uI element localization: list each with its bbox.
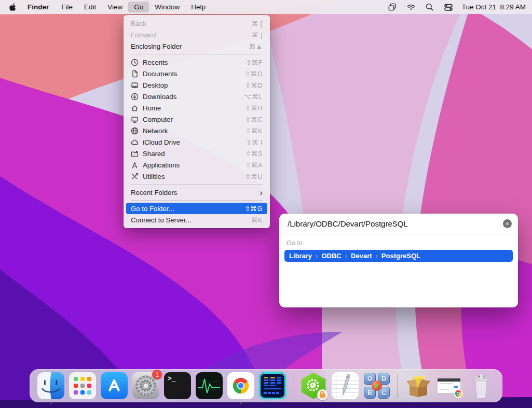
control-center-icon[interactable]: [441, 2, 456, 12]
wifi-icon[interactable]: [404, 2, 418, 12]
menu-item-downloads[interactable]: Downloads ⌥⌘L: [126, 91, 267, 102]
dock-item-app-store[interactable]: [101, 372, 128, 399]
breadcrumb-segment: Devart: [351, 252, 372, 260]
apple-menu[interactable]: [5, 3, 21, 12]
dock-item-odbc-administrator[interactable]: O D B C ✓: [363, 372, 390, 399]
textedit-icon: [332, 372, 359, 399]
dock-item-launchpad[interactable]: [69, 372, 96, 399]
menu-item-enclosing-folder[interactable]: Enclosing Folder ⌘▲: [126, 40, 267, 52]
menu-file[interactable]: File: [56, 2, 78, 12]
dock-item-installer-package[interactable]: [404, 372, 431, 399]
menu-item-documents[interactable]: Documents ⇧⌘O: [126, 68, 267, 79]
dock-item-data-grid-app[interactable]: [259, 372, 286, 399]
menu-view[interactable]: View: [102, 2, 128, 12]
dock-item-textedit[interactable]: [332, 372, 359, 399]
menu-item-utilities[interactable]: Utilities ⇧⌘U: [126, 171, 267, 182]
dock-separator: [397, 373, 398, 399]
path-input[interactable]: [287, 219, 503, 229]
chrome-badge-icon: [454, 389, 463, 398]
menu-item-shortcut: ⇧⌘H: [245, 104, 263, 112]
menu-item-shared[interactable]: Shared ⇧⌘S: [126, 148, 267, 159]
path-input-row: ✕: [279, 214, 518, 234]
menu-item-label: Go to Folder...: [131, 205, 245, 213]
menu-item-connect-to-server[interactable]: Connect to Server... ⌘K: [126, 214, 267, 226]
utilities-icon: [131, 173, 143, 180]
menu-item-network[interactable]: Network ⇧⌘K: [126, 125, 267, 136]
menu-item-shortcut: ⌘ ]: [252, 31, 263, 39]
trash-icon: [468, 372, 495, 399]
menu-separator: [131, 54, 263, 54]
dock-item-trash[interactable]: [468, 372, 495, 399]
menu-separator: [131, 184, 263, 185]
chrome-window-thumbnail: [436, 372, 463, 399]
menu-bar-left: Finder File Edit View Go Window Help: [0, 2, 211, 12]
menu-item-back: Back ⌘ [: [126, 18, 267, 29]
desktop: Finder File Edit View Go Window Help: [0, 0, 532, 408]
dock-item-chrome[interactable]: [227, 372, 254, 399]
dock-item-activity-monitor[interactable]: [196, 372, 223, 399]
menu-item-label: Documents: [143, 70, 245, 78]
menu-bar-clock[interactable]: Tue Oct 21 8:29 AM: [460, 3, 526, 11]
menu-item-go-to-folder[interactable]: Go to Folder... ⇧⌘G: [126, 203, 267, 214]
applications-icon: [131, 161, 143, 169]
notification-badge: 1: [152, 370, 162, 379]
menu-go[interactable]: Go: [128, 2, 149, 12]
menu-item-label: Utilities: [143, 173, 245, 180]
menu-item-label: Network: [143, 127, 245, 135]
dock-item-chrome-window[interactable]: [436, 372, 463, 399]
launchpad-icon: [69, 372, 96, 399]
menu-item-shortcut: ⇧⌘C: [245, 116, 263, 123]
dock-item-finder[interactable]: [37, 372, 64, 399]
check-icon: ✓: [372, 381, 382, 391]
dock: 1 >_: [30, 369, 502, 402]
finder-icon: [37, 372, 64, 399]
menu-item-label: Connect to Server...: [131, 216, 251, 224]
menu-item-home[interactable]: Home ⇧⌘H: [126, 102, 267, 114]
shared-folder-icon: [131, 150, 143, 158]
menu-item-recent-folders[interactable]: Recent Folders ›: [126, 187, 267, 198]
dock-item-terminal[interactable]: >_: [164, 372, 191, 399]
menu-help[interactable]: Help: [185, 2, 211, 12]
search-icon[interactable]: [422, 2, 437, 12]
dock-item-system-preferences[interactable]: 1: [132, 372, 159, 399]
clear-button[interactable]: ✕: [503, 219, 512, 228]
menu-item-shortcut: ⌥⌘L: [244, 93, 263, 101]
menu-item-label: Back: [131, 20, 252, 27]
menu-window[interactable]: Window: [149, 2, 185, 12]
menu-bar-status: Tue Oct 21 8:29 AM: [385, 2, 532, 12]
menu-item-desktop[interactable]: Desktop ⇧⌘D: [126, 79, 267, 91]
breadcrumb-separator: ›: [345, 252, 347, 260]
odbc-administrator-icon: O D B C ✓: [363, 372, 390, 399]
breadcrumb-segment: Library: [289, 252, 312, 260]
dock-separator: [293, 373, 293, 399]
menu-edit[interactable]: Edit: [78, 2, 102, 12]
menu-bar: Finder File Edit View Go Window Help: [0, 0, 532, 14]
clear-icon: ✕: [506, 221, 510, 227]
menu-item-shortcut: ⇧⌘ I: [246, 138, 263, 146]
menu-item-shortcut: ⇧⌘D: [245, 81, 263, 89]
app-store-icon: [101, 372, 128, 399]
windows-icon[interactable]: [385, 2, 400, 12]
document-icon: [131, 70, 143, 78]
menu-finder[interactable]: Finder: [21, 2, 56, 12]
menu-item-label: Enclosing Folder: [131, 43, 249, 50]
menu-item-applications[interactable]: Applications ⇧⌘A: [126, 159, 267, 171]
menu-item-icloud-drive[interactable]: iCloud Drive ⇧⌘ I: [126, 136, 267, 148]
go-to-folder-dialog: ✕ Go to: Library › ODBC › Devart › Postg…: [279, 214, 518, 307]
apple-logo: [9, 3, 17, 12]
menu-item-shortcut: ⇧⌘U: [245, 173, 263, 180]
menu-item-label: Forward: [131, 31, 252, 39]
breadcrumb-segment: PostgreSQL: [381, 252, 420, 260]
dock-item-odbc-driver[interactable]: [300, 372, 327, 399]
menu-item-label: Home: [143, 104, 245, 112]
menu-item-computer[interactable]: Computer ⇧⌘C: [126, 114, 267, 125]
menu-item-shortcut: ⇧⌘A: [245, 161, 263, 169]
menu-item-recents[interactable]: Recents ⇧⌘F: [126, 57, 267, 68]
menu-item-shortcut: ⌘▲: [249, 43, 263, 50]
menu-item-shortcut: ⌘K: [251, 216, 263, 224]
path-suggestion-row[interactable]: Library › ODBC › Devart › PostgreSQL: [284, 250, 513, 262]
breadcrumb-separator: ›: [316, 252, 318, 260]
go-to-label: Go to:: [287, 240, 511, 247]
go-menu: Back ⌘ [ Forward ⌘ ] Enclosing Folder ⌘▲…: [124, 15, 270, 228]
home-icon: [131, 104, 143, 112]
